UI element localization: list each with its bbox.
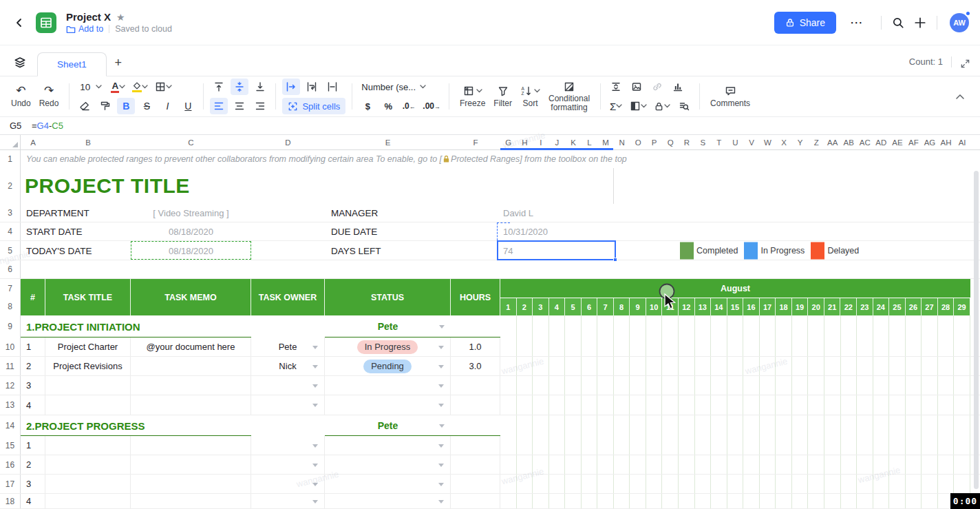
cell-gantt-area[interactable] <box>500 436 970 455</box>
name-box[interactable]: G5 <box>0 121 32 131</box>
owner-dropdown-icon[interactable] <box>312 384 318 388</box>
undo-button[interactable]: ↶ Undo <box>7 85 35 108</box>
cell-section-title[interactable]: 2.PROJECT PROGRESS <box>21 415 251 436</box>
cell-department-label[interactable]: DEPARTMENT <box>26 208 89 218</box>
cell-date-13[interactable]: 13 <box>695 298 712 315</box>
status-dropdown-icon[interactable] <box>438 404 444 407</box>
row-header-5[interactable]: 5 <box>0 241 21 260</box>
valign-bottom-button[interactable] <box>251 79 269 95</box>
cell-task-number[interactable]: 4 <box>21 395 45 415</box>
underline-button[interactable]: U <box>179 98 197 114</box>
cell-task-owner[interactable] <box>251 455 325 474</box>
cell-task-title[interactable] <box>45 395 131 415</box>
cell-manager-value[interactable]: David L <box>503 208 533 218</box>
cell-date-4[interactable]: 4 <box>549 298 566 315</box>
cell-task-hours[interactable]: 3.0 <box>451 357 500 375</box>
column-header-AH[interactable]: AH <box>938 135 955 149</box>
status-dropdown-icon[interactable] <box>438 464 444 467</box>
cell-gantt-area[interactable] <box>500 376 970 395</box>
conditional-formatting-button[interactable]: Conditionalformatting <box>544 81 594 112</box>
cell-task-status[interactable]: Pending <box>325 357 451 375</box>
cell-gantt-area[interactable] <box>500 455 970 474</box>
column-header-L[interactable]: L <box>582 135 598 149</box>
row-header-3[interactable]: 3 <box>0 204 21 222</box>
number-format-select[interactable]: Number (se... <box>359 79 429 95</box>
column-header-AA[interactable]: AA <box>824 135 841 149</box>
status-dropdown-icon[interactable] <box>438 483 444 486</box>
column-header-AD[interactable]: AD <box>873 135 890 149</box>
cell-hours[interactable] <box>451 315 500 337</box>
protect-range-button[interactable] <box>652 98 672 114</box>
cell-project-title[interactable]: PROJECT TITLE <box>21 168 970 204</box>
cell-task-status[interactable] <box>325 455 451 474</box>
add-to-button[interactable]: Add to <box>66 24 103 34</box>
column-header-C[interactable]: C <box>131 135 251 149</box>
cell-date-29[interactable]: 29 <box>954 298 970 315</box>
cell-department-value[interactable]: [ Video Streaming ] <box>131 208 251 218</box>
formula-input[interactable]: =G4-C5 <box>32 121 63 131</box>
column-header-AG[interactable]: AG <box>922 135 938 149</box>
cell-task-hours[interactable]: 1.0 <box>451 337 500 356</box>
search-button[interactable] <box>887 12 909 34</box>
header-cell-task-title[interactable]: TASK TITLE <box>45 279 131 315</box>
cell-task-status[interactable] <box>325 395 451 415</box>
column-header-E[interactable]: E <box>325 135 451 149</box>
row-header-17[interactable]: 17 <box>0 475 21 493</box>
insert-link-button[interactable] <box>648 79 666 95</box>
row-header-18[interactable]: 18 <box>0 494 21 508</box>
cell-start-date-label[interactable]: START DATE <box>26 227 83 237</box>
row-header-11[interactable]: 11 <box>0 357 21 375</box>
cell-section-owner[interactable]: Pete <box>325 415 451 436</box>
cell-date-11[interactable]: 11 <box>662 298 679 315</box>
column-header-B[interactable]: B <box>45 135 131 149</box>
split-cells-button[interactable]: Split cells <box>282 98 345 114</box>
cell-date-12[interactable]: 12 <box>679 298 695 315</box>
collapse-toolbar-button[interactable] <box>951 88 969 105</box>
find-replace-button[interactable] <box>675 98 693 114</box>
cell-task-owner[interactable] <box>251 475 325 493</box>
cell-protected-notice[interactable]: You can enable protected ranges to preve… <box>21 150 970 168</box>
row-header-8[interactable]: 8 <box>0 298 21 315</box>
cell-hours[interactable] <box>451 415 500 436</box>
cell-month-header[interactable]: August <box>500 279 970 298</box>
cell-task-number[interactable]: 3 <box>21 376 45 395</box>
row-header-14[interactable]: 14 <box>0 415 21 436</box>
status-dropdown-icon[interactable] <box>439 424 445 428</box>
cell-date-21[interactable]: 21 <box>824 298 841 315</box>
cell-task-status[interactable]: In Progress <box>325 337 451 356</box>
cell-date-14[interactable]: 14 <box>711 298 727 315</box>
collapse-rows-button[interactable] <box>607 79 625 95</box>
freeze-button[interactable]: Freeze <box>456 85 489 108</box>
cell-task-title[interactable] <box>45 494 131 508</box>
column-header-X[interactable]: X <box>776 135 792 149</box>
cell-task-hours[interactable] <box>451 436 500 455</box>
status-dropdown-icon[interactable] <box>438 500 444 503</box>
sort-button[interactable]: AZ Sort <box>516 85 544 108</box>
redo-button[interactable]: ↷ Redo <box>35 85 63 108</box>
row-header-1[interactable]: 1 <box>0 150 21 168</box>
insert-chart-button[interactable] <box>669 79 687 95</box>
cell-task-owner[interactable]: Nick <box>251 357 325 375</box>
cell-task-owner[interactable] <box>251 376 325 395</box>
column-header-I[interactable]: I <box>533 135 549 149</box>
cell-date-28[interactable]: 28 <box>938 298 955 315</box>
owner-dropdown-icon[interactable] <box>312 500 318 503</box>
cell-task-memo[interactable] <box>131 395 251 415</box>
cell-task-owner[interactable]: Pete <box>251 337 325 356</box>
column-header-S[interactable]: S <box>695 135 712 149</box>
cell-gantt-area[interactable] <box>500 494 970 508</box>
cell-task-number[interactable]: 2 <box>21 357 45 375</box>
cell-task-owner[interactable] <box>251 494 325 508</box>
column-header-U[interactable]: U <box>727 135 744 149</box>
column-header-H[interactable]: H <box>517 135 533 149</box>
decrease-decimal-button[interactable]: .0← <box>400 98 418 114</box>
cell-task-status[interactable] <box>325 494 451 508</box>
column-header-AI[interactable]: AI <box>954 135 970 149</box>
column-header-D[interactable]: D <box>251 135 325 149</box>
status-dropdown-icon[interactable] <box>438 346 444 349</box>
column-header-R[interactable]: R <box>679 135 695 149</box>
cell-gantt-area[interactable] <box>500 475 970 493</box>
halign-center-button[interactable] <box>231 98 248 114</box>
cell-task-status[interactable] <box>325 436 451 455</box>
cell-task-number[interactable]: 4 <box>21 494 45 508</box>
